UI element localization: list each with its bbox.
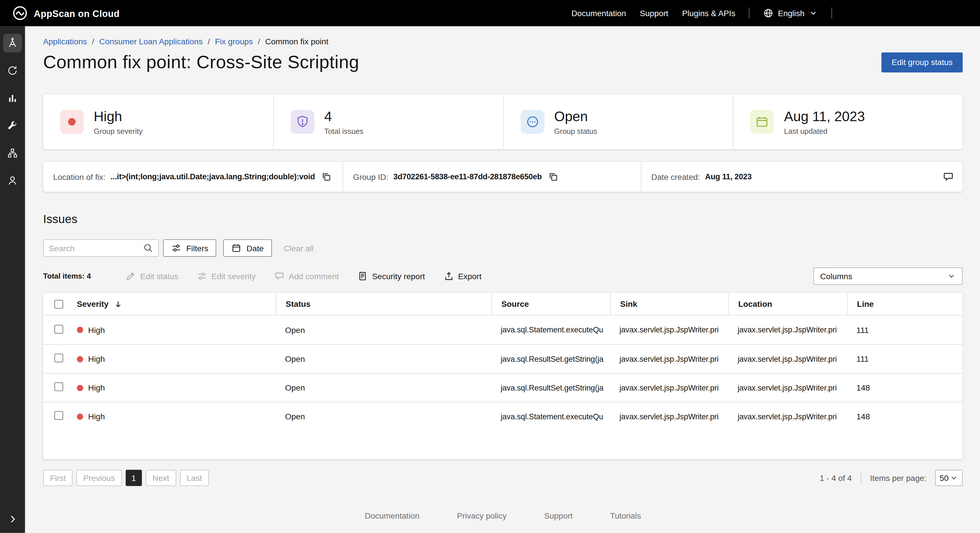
- cell-severity: High: [77, 383, 275, 393]
- cell-sink: javax.servlet.jsp.JspWriter.pri: [610, 355, 728, 363]
- chevron-down-icon: [947, 272, 956, 280]
- topnav-divider: [749, 8, 749, 19]
- date-filter-button[interactable]: Date: [223, 239, 272, 257]
- checkbox-cell: [43, 411, 77, 422]
- table-row[interactable]: High Open java.sql.Statement.executeQu j…: [43, 316, 963, 344]
- topnav-documentation-link[interactable]: Documentation: [571, 8, 626, 18]
- copy-location-button[interactable]: [320, 171, 332, 183]
- appscan-window: AppScan on Cloud Documentation Support P…: [0, 0, 980, 533]
- language-selector[interactable]: English: [764, 8, 818, 18]
- sidebar-item-tools[interactable]: [0, 112, 25, 140]
- header-location[interactable]: Location: [728, 293, 847, 315]
- header-severity[interactable]: Severity: [77, 293, 275, 315]
- date-created-label: Date created:: [651, 172, 700, 182]
- group-summary-card: High Group severity 4 Total issues: [43, 94, 963, 149]
- sidebar-expand-button[interactable]: [0, 509, 25, 529]
- breadcrumb-current: Common fix point: [265, 37, 329, 46]
- export-button[interactable]: Export: [444, 271, 482, 281]
- cell-sink: javax.servlet.jsp.JspWriter.pri: [610, 383, 728, 392]
- previous-page-button: Previous: [76, 470, 122, 486]
- edit-severity-label: Edit severity: [212, 271, 256, 281]
- footer-support-link[interactable]: Support: [544, 511, 573, 520]
- sidebar-item-organization[interactable]: [0, 139, 25, 167]
- header-checkbox-cell: [43, 293, 77, 315]
- header-status[interactable]: Status: [275, 293, 491, 315]
- footer-documentation-link[interactable]: Documentation: [365, 511, 420, 520]
- sidebar-item-account[interactable]: [0, 167, 25, 195]
- comments-button[interactable]: [942, 170, 955, 184]
- stat-total-issues: 4 Total issues: [273, 94, 503, 149]
- add-comment-button: Add comment: [274, 271, 339, 281]
- checkbox-cell: [43, 325, 77, 335]
- search-input[interactable]: [49, 243, 143, 253]
- comment-icon: [274, 271, 285, 281]
- footer-tutorials-link[interactable]: Tutorials: [610, 511, 641, 520]
- sort-descending-icon: [113, 300, 122, 308]
- export-icon: [444, 271, 454, 281]
- row-checkbox[interactable]: [54, 411, 63, 420]
- checkbox-cell: [43, 382, 77, 393]
- row-checkbox[interactable]: [54, 354, 63, 362]
- header-source[interactable]: Source: [491, 293, 610, 315]
- topnav-plugins-apis-link[interactable]: Plugins & APIs: [682, 8, 735, 18]
- location-of-fix-label: Location of fix:: [53, 172, 106, 182]
- actions-toolbar: Total items: 4 Edit status Edit severity…: [43, 267, 963, 285]
- topnav-support-link[interactable]: Support: [640, 8, 668, 18]
- sidebar-item-scans[interactable]: [0, 57, 25, 85]
- header-sink[interactable]: Sink: [610, 293, 728, 315]
- row-checkbox[interactable]: [54, 382, 63, 391]
- sliders-icon: [197, 271, 207, 281]
- edit-status-label: Edit status: [140, 271, 178, 281]
- checkbox-cell: [43, 354, 77, 364]
- wrench-icon: [7, 120, 18, 131]
- table-row[interactable]: High Open java.sql.ResultSet.getString(j…: [43, 344, 963, 373]
- cell-source: java.sql.Statement.executeQu: [491, 412, 610, 421]
- breadcrumb-consumer-loan-applications[interactable]: Consumer Loan Applications: [99, 37, 203, 46]
- appscan-a-icon: [7, 37, 18, 49]
- items-per-page-select[interactable]: 50: [935, 470, 963, 486]
- select-all-checkbox[interactable]: [54, 300, 63, 308]
- group-id-value: 3d702261-5838-ee11-87dd-281878e650eb: [393, 172, 542, 181]
- sidebar-item-reports[interactable]: [0, 84, 25, 112]
- first-page-button: First: [43, 470, 73, 486]
- row-checkbox[interactable]: [54, 325, 63, 333]
- sidebar: [0, 26, 25, 533]
- group-id-section: Group ID: 3d702261-5838-ee11-87dd-281878…: [343, 162, 641, 192]
- page-footer: Documentation Privacy policy Support Tut…: [43, 511, 963, 520]
- cell-line: 111: [847, 354, 963, 364]
- cell-severity: High: [77, 325, 275, 335]
- header-line[interactable]: Line: [847, 293, 963, 315]
- cell-status: Open: [275, 325, 491, 335]
- breadcrumb-applications[interactable]: Applications: [43, 37, 87, 46]
- issues-table: Severity Status Source Sink Location Lin…: [43, 293, 963, 459]
- chevron-down-icon: [950, 473, 958, 482]
- table-header-row: Severity Status Source Sink Location Lin…: [43, 293, 963, 316]
- cell-location: javax.servlet.jsp.JspWriter.pri: [728, 325, 847, 334]
- copy-group-id-button[interactable]: [547, 171, 559, 183]
- cell-location: javax.servlet.jsp.JspWriter.pri: [728, 383, 847, 392]
- stat-last-updated: Aug 11, 2023 Last updated: [733, 94, 963, 149]
- main-content: Applications / Consumer Loan Application…: [25, 26, 980, 533]
- table-row[interactable]: High Open java.sql.Statement.executeQu j…: [43, 402, 963, 431]
- filters-button[interactable]: Filters: [163, 239, 216, 257]
- brand[interactable]: AppScan on Cloud: [13, 6, 119, 21]
- stat-label: Total issues: [324, 127, 363, 135]
- breadcrumb-fix-groups[interactable]: Fix groups: [215, 37, 253, 46]
- security-report-button[interactable]: Security report: [358, 271, 425, 281]
- next-page-button: Next: [145, 470, 176, 486]
- edit-group-status-button[interactable]: Edit group status: [882, 52, 963, 72]
- footer-privacy-policy-link[interactable]: Privacy policy: [457, 511, 507, 520]
- cell-source: java.sql.Statement.executeQu: [491, 325, 610, 334]
- search-box: [43, 239, 159, 257]
- severity-high-dot-icon: [77, 327, 83, 333]
- stat-value: Aug 11, 2023: [784, 108, 865, 125]
- date-created-value: Aug 11, 2023: [705, 172, 752, 181]
- page-1-button[interactable]: 1: [126, 470, 142, 486]
- items-per-page-label: Items per page:: [870, 473, 926, 483]
- shield-alert-icon: [291, 110, 314, 133]
- range-label: 1 - 4 of 4: [820, 473, 852, 483]
- columns-select[interactable]: Columns: [813, 267, 963, 285]
- sidebar-item-applications[interactable]: [0, 29, 25, 57]
- cell-status: Open: [275, 354, 491, 364]
- table-row[interactable]: High Open java.sql.ResultSet.getString(j…: [43, 373, 963, 402]
